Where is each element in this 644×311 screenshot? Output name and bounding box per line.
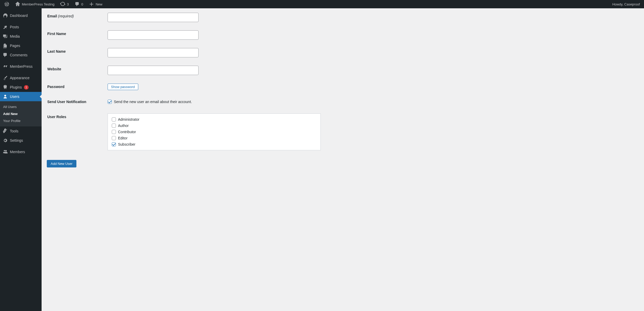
sidebar-item-comments[interactable]: Comments	[0, 50, 42, 60]
comment-icon	[75, 2, 80, 7]
notification-desc: Send the new user an email about their a…	[114, 100, 192, 104]
show-password-button[interactable]: Show password	[108, 84, 138, 90]
role-checkbox-author[interactable]	[112, 124, 116, 128]
dashboard-icon	[3, 13, 8, 18]
sidebar-item-posts[interactable]: Posts	[0, 22, 42, 32]
sidebar-item-members[interactable]: Members	[0, 147, 42, 157]
sidebar-label: Plugins	[10, 85, 22, 89]
role-checkbox-administrator[interactable]	[112, 117, 116, 121]
new-content[interactable]: New	[87, 0, 104, 8]
plugins-badge: 1	[24, 85, 29, 90]
updates-link[interactable]: 3	[58, 0, 71, 8]
sidebar-item-media[interactable]: Media	[0, 32, 42, 41]
new-label: New	[96, 2, 102, 6]
site-home[interactable]: MemberPress Testing	[13, 0, 56, 8]
roles-box: Administrator Author Contributor Ed	[108, 113, 321, 150]
role-checkbox-contributor[interactable]	[112, 130, 116, 134]
sidebar-label: Members	[10, 150, 25, 154]
sidebar-item-users[interactable]: Users	[0, 92, 42, 101]
website-input[interactable]	[108, 66, 199, 75]
brush-icon	[3, 75, 8, 80]
howdy-account[interactable]: Howdy, Caseproof	[610, 0, 642, 8]
sidebar-item-plugins[interactable]: Plugins 1	[0, 83, 42, 92]
sidebar-label: Appearance	[10, 76, 30, 80]
sidebar-item-settings[interactable]: Settings	[0, 136, 42, 145]
submenu-add-new[interactable]: Add New	[0, 110, 42, 117]
plugins-icon	[3, 85, 8, 90]
comments-link[interactable]: 0	[73, 0, 85, 8]
email-label: Email (required)	[47, 9, 104, 26]
wp-logo[interactable]	[2, 0, 11, 8]
first-name-label: First Name	[47, 26, 104, 44]
sidebar-item-pages[interactable]: Pages	[0, 41, 42, 50]
notification-checkbox-label[interactable]: Send the new user an email about their a…	[108, 100, 636, 104]
wordpress-icon	[4, 2, 9, 7]
email-input[interactable]	[108, 13, 199, 22]
sidebar-label: Pages	[10, 44, 20, 48]
sidebar-label: Tools	[10, 129, 18, 133]
add-new-user-button[interactable]: Add New User	[47, 160, 76, 167]
pages-icon	[3, 43, 8, 48]
sidebar-item-tools[interactable]: Tools	[0, 126, 42, 136]
comment-count: 0	[81, 2, 83, 6]
users-submenu: All Users Add New Your Profile	[0, 101, 42, 126]
howdy-text: Howdy, Caseproof	[612, 2, 640, 6]
sidebar-label: Dashboard	[10, 13, 28, 18]
sidebar-label: Media	[10, 34, 20, 38]
role-administrator[interactable]: Administrator	[112, 116, 317, 123]
site-name: MemberPress Testing	[22, 2, 54, 6]
role-editor[interactable]: Editor	[112, 135, 317, 141]
website-label: Website	[47, 62, 104, 79]
notification-checkbox[interactable]	[108, 100, 112, 104]
password-label: Password	[47, 79, 104, 94]
update-count: 3	[67, 2, 69, 6]
plus-icon	[89, 2, 94, 7]
users-icon	[3, 94, 8, 99]
update-icon	[60, 2, 65, 7]
sidebar-item-memberpress[interactable]: MemberPress	[0, 62, 42, 71]
submenu-your-profile[interactable]: Your Profile	[0, 117, 42, 124]
first-name-input[interactable]	[108, 30, 199, 40]
sidebar-label: Posts	[10, 25, 19, 29]
main-content: Email (required) First Name Last Name We…	[42, 8, 644, 311]
role-author[interactable]: Author	[112, 123, 317, 129]
comments-icon	[3, 52, 8, 58]
role-checkbox-editor[interactable]	[112, 136, 116, 140]
sidebar-item-appearance[interactable]: Appearance	[0, 73, 42, 83]
submenu-all-users[interactable]: All Users	[0, 103, 42, 110]
sidebar-label: Users	[10, 94, 19, 99]
admin-sidebar: Dashboard Posts Media Pages Comments Mem…	[0, 8, 42, 311]
last-name-input[interactable]	[108, 48, 199, 57]
settings-icon	[3, 138, 8, 143]
last-name-label: Last Name	[47, 44, 104, 61]
sidebar-label: Comments	[10, 53, 28, 57]
role-checkbox-subscriber[interactable]	[112, 142, 116, 146]
pin-icon	[3, 24, 8, 30]
memberpress-icon	[3, 64, 8, 69]
sidebar-label: Settings	[10, 138, 23, 143]
role-contributor[interactable]: Contributor	[112, 129, 317, 135]
admin-bar: MemberPress Testing 3 0 New Howdy, Casep…	[0, 0, 644, 8]
members-icon	[3, 149, 8, 154]
notification-label: Send User Notification	[47, 94, 104, 109]
sidebar-label: MemberPress	[10, 64, 32, 69]
home-icon	[15, 2, 20, 7]
sidebar-item-dashboard[interactable]: Dashboard	[0, 11, 42, 20]
tools-icon	[3, 129, 8, 134]
media-icon	[3, 34, 8, 39]
user-roles-label: User Roles	[47, 110, 104, 154]
role-subscriber[interactable]: Subscriber	[112, 141, 317, 147]
